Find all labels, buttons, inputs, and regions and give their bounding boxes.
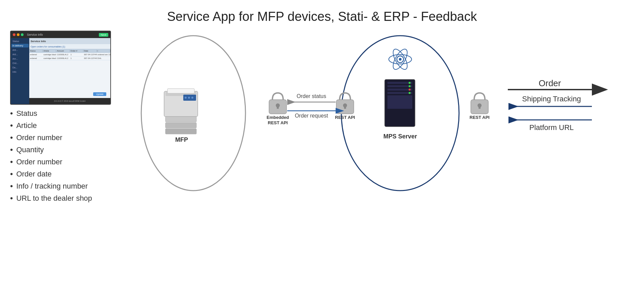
server-rack1 xyxy=(387,82,412,84)
cell-status2: ordered xyxy=(29,57,43,59)
server-light2 xyxy=(409,85,411,87)
printer-panel-btn2 xyxy=(188,97,190,99)
panel-table: Status Article Amount Order # Date i ord… xyxy=(29,49,110,98)
diagram-area: MFP MPS Server xyxy=(128,27,644,290)
list-item-url: URL to the dealer shop xyxy=(10,194,128,203)
col-info: i xyxy=(97,50,110,52)
cell-date2: DHL xyxy=(97,57,110,59)
embedded-rest-api-label1: Embedded xyxy=(267,115,289,120)
sidebar-am: Am... xyxy=(11,57,29,61)
cell-date: ordered am 11.12 xyxy=(97,54,110,56)
mps-label: MPS Server xyxy=(383,133,417,140)
sidebar-art1: Arti... xyxy=(11,48,29,52)
platform-url-label: Platform URL xyxy=(529,123,574,132)
panel-header: Service Info xyxy=(29,38,110,44)
sidebar-status: Status xyxy=(11,39,29,43)
col-article: Article xyxy=(43,50,56,52)
cell-article: cartridge black xyxy=(43,54,56,56)
lock1-shackle xyxy=(272,93,283,100)
lock2-keyhole-stem xyxy=(344,105,346,109)
server-light3 xyxy=(409,89,411,91)
col-status: Status xyxy=(29,50,43,52)
cell-number2: 110393L#L2 xyxy=(56,57,70,59)
server-rack4 xyxy=(387,92,412,94)
col-order: Order # xyxy=(70,50,83,52)
sidebar-da: Da... xyxy=(11,66,29,69)
printer-panel-btn3 xyxy=(191,97,193,99)
list-item-status: Status xyxy=(10,109,128,118)
printer-tray2 xyxy=(165,123,196,128)
printer-tray1 xyxy=(165,117,196,122)
page-title: Service App for MFP devices, Stati- & ER… xyxy=(0,0,644,27)
col-date: Date xyxy=(83,50,97,52)
lock1-keyhole-stem xyxy=(277,105,279,109)
lock3-keyhole-stem xyxy=(479,105,481,109)
order-request-label: Order request xyxy=(295,113,328,119)
panel-subheader: Open orders for consumables (1) xyxy=(29,44,110,49)
list-item-order-number: Order number xyxy=(10,133,128,142)
screenshot-inner: Status In delivery Arti... Arti... Am...… xyxy=(11,38,110,104)
close-dot xyxy=(13,33,15,36)
cell-qty: 1 xyxy=(70,54,83,56)
list-item-quantity: Quantity xyxy=(10,145,128,155)
screenshot-mockup: Service Info Next Status In delivery Art… xyxy=(10,31,111,105)
list-item-order-number2: Order number xyxy=(10,157,128,167)
main-content: Service Info Next Status In delivery Art… xyxy=(0,27,644,290)
printer-tray3 xyxy=(165,129,196,134)
screenshot-footer: (V1.9.0) © 2018 docuFORM GmbH xyxy=(29,98,110,104)
server-rack2 xyxy=(387,85,412,87)
cell-ordernum2: 007-04-137449 xyxy=(83,57,97,59)
rest-api-label2: REST API xyxy=(469,115,489,120)
mfp-label: MFP xyxy=(175,136,188,143)
title-bar: Service Info Next xyxy=(11,31,110,38)
next-button[interactable]: Next xyxy=(99,33,108,37)
bullet-list: Status Article Order number Quantity Ord… xyxy=(10,109,128,203)
update-button[interactable]: Update xyxy=(93,92,106,96)
cell-status: ordered xyxy=(29,54,43,56)
maximize-dot xyxy=(21,33,24,36)
sidebar-delivery: In delivery xyxy=(11,44,29,47)
cell-number: 110393L#L2 xyxy=(56,54,70,56)
server-light4 xyxy=(409,92,411,94)
cell-ordernum: 007-04-137449 xyxy=(83,54,97,56)
left-panel: Service Info Next Status In delivery Art… xyxy=(0,27,128,203)
list-item-article: Article xyxy=(10,121,128,130)
printer-panel-btn1 xyxy=(185,97,187,99)
list-item-order-date: Order date xyxy=(10,169,128,179)
server-rack5 xyxy=(387,95,412,109)
list-item-tracking: Info / tracking number xyxy=(10,182,128,191)
sidebar-ord: Ord... xyxy=(11,61,29,65)
screenshot-title: Service Info xyxy=(27,33,98,36)
cell-qty2: 1 xyxy=(70,57,83,59)
screenshot-sidebar: Status In delivery Arti... Arti... Am...… xyxy=(11,38,29,104)
server-light1 xyxy=(409,82,411,84)
embedded-rest-api-label2: REST API xyxy=(268,120,288,125)
table-header-row: Status Article Amount Order # Date i xyxy=(29,49,110,53)
order-label: Order xyxy=(539,78,561,88)
shipping-tracking-label: Shipping Tracking xyxy=(522,95,581,103)
printer-paper xyxy=(167,89,194,93)
cell-article2: cartridge black xyxy=(43,57,56,59)
diagram-svg: MFP MPS Server xyxy=(128,27,639,283)
col-amount: Amount xyxy=(56,50,70,52)
table-row: ordered cartridge black 110393L#L2 1 007… xyxy=(29,53,110,57)
rest-api-label1: REST API xyxy=(335,115,355,120)
lock2-shackle xyxy=(340,93,350,100)
table-row: ordered cartridge black 110393L#L2 1 007… xyxy=(29,57,110,60)
sidebar-art2: Arti... xyxy=(11,53,29,56)
lock3-shackle xyxy=(474,93,485,100)
server-rack3 xyxy=(387,89,412,91)
order-status-label: Order status xyxy=(297,93,326,99)
sidebar-info: Info xyxy=(11,70,29,74)
minimize-dot xyxy=(17,33,20,36)
atom-center xyxy=(399,58,402,61)
screenshot-panel: Service Info Open orders for consumables… xyxy=(29,38,110,104)
